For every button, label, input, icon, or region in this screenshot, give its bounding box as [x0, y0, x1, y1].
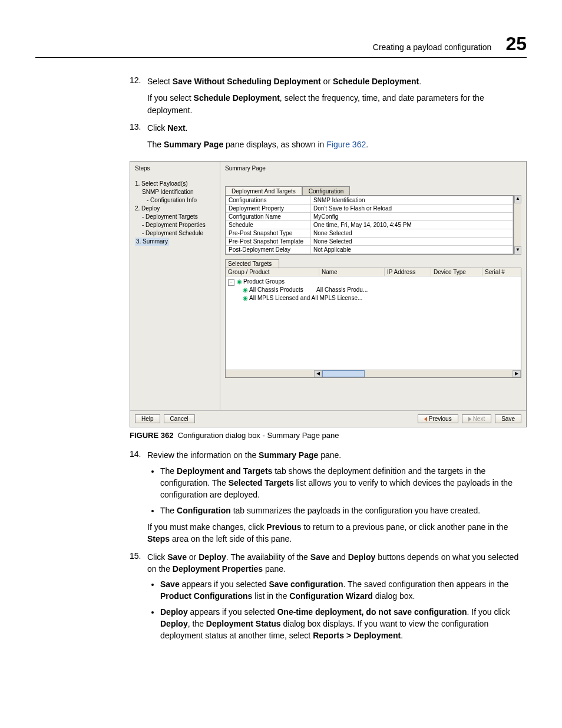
step-number: 15. — [130, 551, 143, 644]
arrow-right-icon — [468, 417, 471, 421]
config-table: ConfigurationsSNMP Identification Deploy… — [226, 196, 513, 254]
figure-362: Steps 1. Select Payload(s) SNMP Identifi… — [130, 161, 527, 440]
step-number: 12. — [130, 75, 143, 116]
scroll-left-icon[interactable]: ◀ — [314, 370, 322, 377]
col-group[interactable]: Group / Product — [226, 268, 319, 276]
scroll-right-icon[interactable]: ▶ — [513, 370, 521, 377]
step-text: Select Save Without Scheduling Deploymen… — [147, 75, 527, 116]
figure-ref-link[interactable]: Figure 362 — [326, 140, 366, 149]
arrow-left-icon — [424, 417, 427, 421]
help-button[interactable]: Help — [135, 414, 160, 423]
step-text: Review the information on the Summary Pa… — [147, 449, 527, 545]
product-icon: ◉ — [242, 294, 248, 302]
col-ip[interactable]: IP Address — [385, 268, 431, 276]
page-section-title: Creating a payload configuration — [373, 42, 492, 52]
header-rule — [35, 57, 527, 58]
selected-targets-header: Selected Targets — [225, 259, 279, 268]
steps-tree: 1. Select Payload(s) SNMP Identification… — [135, 180, 215, 246]
cancel-button[interactable]: Cancel — [164, 414, 195, 423]
folder-icon: ◉ — [236, 278, 242, 286]
save-button[interactable]: Save — [495, 414, 521, 423]
targets-tree[interactable]: −◉Product Groups ◉All Chassis Products A… — [226, 276, 521, 304]
vertical-scrollbar[interactable]: ▲ ▼ — [514, 195, 521, 255]
col-type[interactable]: Device Type — [431, 268, 482, 276]
next-button: Next — [462, 414, 492, 423]
selected-targets-table: Group / Product Name IP Address Device T… — [225, 268, 521, 378]
tab-deployment-targets[interactable]: Deployment And Targets — [225, 186, 302, 196]
pane-title: Summary Page — [225, 165, 521, 172]
step-text: Click Save or Deploy. The availability o… — [147, 551, 527, 644]
scroll-up-icon[interactable]: ▲ — [514, 195, 521, 203]
scroll-thumb[interactable] — [322, 370, 365, 377]
scroll-down-icon[interactable]: ▼ — [514, 246, 521, 255]
chapter-number: 25 — [505, 33, 527, 55]
step-number: 13. — [130, 122, 143, 151]
tab-configuration[interactable]: Configuration — [302, 186, 350, 196]
tree-collapse-icon[interactable]: − — [228, 279, 234, 286]
step-number: 14. — [130, 449, 143, 545]
col-serial[interactable]: Serial # — [482, 268, 521, 276]
horizontal-scrollbar[interactable]: ◀ ▶ — [226, 370, 521, 377]
steps-selected[interactable]: 3. Summary — [135, 238, 169, 246]
steps-panel-title: Steps — [135, 165, 215, 172]
col-name[interactable]: Name — [319, 268, 385, 276]
step-text: Click Next. The Summary Page pane displa… — [147, 122, 527, 151]
previous-button[interactable]: Previous — [418, 414, 458, 423]
product-icon: ◉ — [242, 286, 248, 294]
figure-caption: FIGURE 362 Configuration dialog box - Su… — [130, 431, 527, 440]
